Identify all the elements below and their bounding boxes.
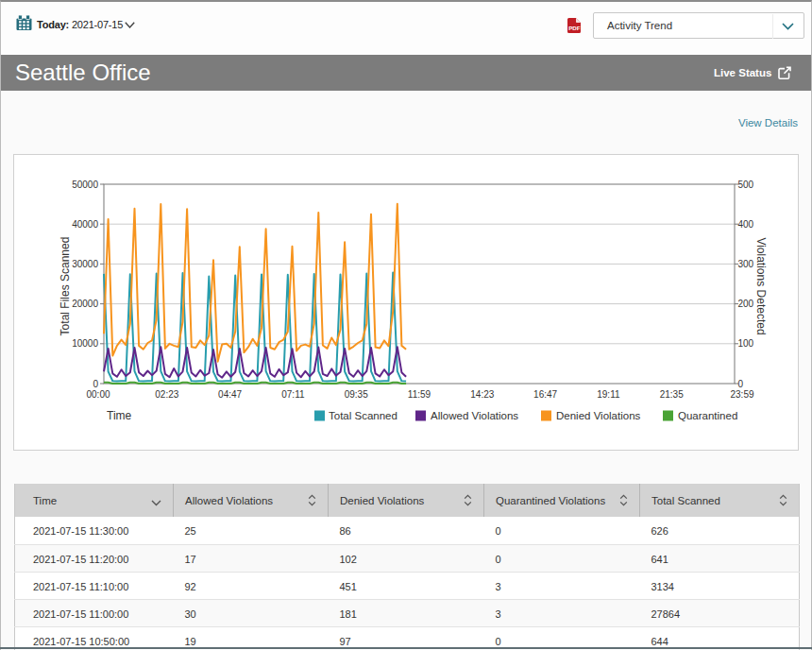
svg-text:50000: 50000 bbox=[72, 180, 98, 190]
svg-text:200: 200 bbox=[738, 299, 754, 309]
svg-text:Denied Violations: Denied Violations bbox=[556, 410, 641, 421]
svg-text:Allowed Violations: Allowed Violations bbox=[431, 410, 518, 421]
svg-text:300: 300 bbox=[738, 259, 754, 269]
svg-text:04:47: 04:47 bbox=[218, 389, 242, 400]
svg-text:00:00: 00:00 bbox=[86, 389, 110, 400]
svg-text:500: 500 bbox=[738, 180, 754, 190]
svg-text:19:11: 19:11 bbox=[597, 389, 620, 400]
svg-text:09:35: 09:35 bbox=[345, 389, 368, 400]
svg-text:Total Files Scanned: Total Files Scanned bbox=[59, 237, 72, 336]
svg-text:02:23: 02:23 bbox=[155, 389, 178, 400]
svg-text:Violations Detected: Violations Detected bbox=[754, 237, 768, 334]
svg-text:0: 0 bbox=[738, 379, 744, 389]
svg-text:23:59: 23:59 bbox=[730, 389, 753, 400]
svg-text:100: 100 bbox=[738, 338, 754, 349]
svg-text:30000: 30000 bbox=[72, 259, 98, 269]
svg-text:Total Scanned: Total Scanned bbox=[329, 410, 398, 421]
svg-text:400: 400 bbox=[738, 219, 754, 230]
svg-text:40000: 40000 bbox=[72, 219, 98, 230]
svg-text:20000: 20000 bbox=[72, 299, 98, 309]
svg-text:07:11: 07:11 bbox=[281, 389, 305, 400]
svg-text:11:59: 11:59 bbox=[408, 389, 431, 400]
svg-text:14:23: 14:23 bbox=[470, 389, 494, 400]
svg-text:10000: 10000 bbox=[72, 338, 98, 349]
svg-text:0: 0 bbox=[93, 379, 98, 389]
svg-text:16:47: 16:47 bbox=[533, 389, 557, 400]
svg-text:21:35: 21:35 bbox=[660, 389, 684, 400]
svg-text:Quarantined: Quarantined bbox=[678, 410, 737, 421]
svg-text:Time: Time bbox=[107, 409, 132, 422]
